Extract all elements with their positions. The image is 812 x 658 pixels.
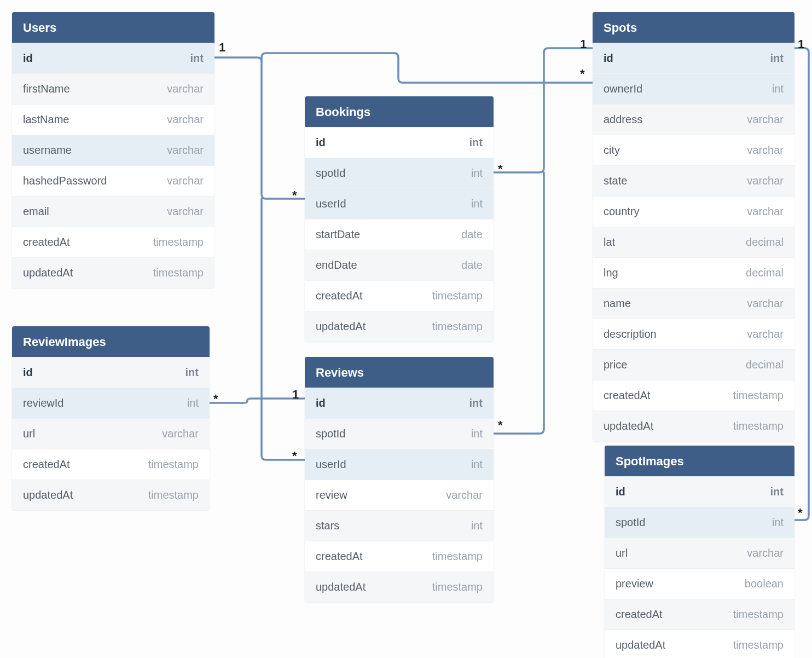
spots-column-state[interactable]: statevarchar <box>593 165 794 196</box>
column-name: country <box>604 205 640 218</box>
column-type: decimal <box>746 359 784 371</box>
column-type: timestamp <box>432 320 483 333</box>
reviewimages-column-createdat[interactable]: createdAttimestamp <box>12 449 210 480</box>
bookings-column-userid[interactable]: userIdint <box>305 188 494 219</box>
column-name: review <box>316 489 347 501</box>
spotimages-column-id[interactable]: idint <box>605 476 794 507</box>
column-type: date <box>461 228 483 241</box>
users-column-lastname[interactable]: lastNamevarchar <box>12 104 214 135</box>
column-type: int <box>770 52 784 65</box>
column-type: varchar <box>167 144 204 157</box>
cardinality-label: * <box>498 162 503 176</box>
spotimages-column-createdat[interactable]: createdAttimestamp <box>605 599 794 630</box>
column-type: timestamp <box>733 608 784 621</box>
users-column-updatedat[interactable]: updatedAttimestamp <box>12 257 214 288</box>
table-reviews[interactable]: Reviews idintspotIdintuserIdintreviewvar… <box>305 357 494 602</box>
column-type: timestamp <box>432 550 483 563</box>
column-type: timestamp <box>148 489 199 501</box>
cardinality-label: * <box>292 449 297 463</box>
spots-column-city[interactable]: cityvarchar <box>593 135 794 165</box>
column-name: id <box>316 397 326 409</box>
spotimages-column-spotid[interactable]: spotIdint <box>605 507 794 538</box>
users-column-email[interactable]: emailvarchar <box>12 196 214 227</box>
column-type: int <box>190 52 204 65</box>
column-name: spotId <box>316 428 345 440</box>
users-column-hashedpassword[interactable]: hashedPasswordvarchar <box>12 165 214 196</box>
column-name: createdAt <box>604 389 651 402</box>
reviews-column-updatedat[interactable]: updatedAttimestamp <box>305 572 494 602</box>
column-type: timestamp <box>733 389 784 402</box>
column-type: timestamp <box>148 458 199 471</box>
reviews-column-createdat[interactable]: createdAttimestamp <box>305 541 494 572</box>
spotimages-column-updatedat[interactable]: updatedAttimestamp <box>605 630 794 658</box>
table-title: SpotImages <box>605 446 794 476</box>
column-name: userId <box>316 198 346 210</box>
spots-column-id[interactable]: idint <box>593 43 794 73</box>
users-column-firstname[interactable]: firstNamevarchar <box>12 73 214 104</box>
column-type: timestamp <box>733 420 784 432</box>
column-type: varchar <box>446 489 483 501</box>
spots-column-ownerid[interactable]: ownerIdint <box>593 73 794 104</box>
spots-column-country[interactable]: countryvarchar <box>593 196 794 227</box>
cardinality-label: 1 <box>580 37 587 51</box>
column-name: createdAt <box>23 236 70 249</box>
column-name: stars <box>316 520 339 532</box>
spotimages-column-url[interactable]: urlvarchar <box>605 538 794 568</box>
spots-column-lat[interactable]: latdecimal <box>593 227 794 257</box>
spots-column-updatedat[interactable]: updatedAttimestamp <box>593 411 794 441</box>
spots-column-lng[interactable]: lngdecimal <box>593 257 794 288</box>
column-name: reviewId <box>23 397 63 409</box>
bookings-column-updatedat[interactable]: updatedAttimestamp <box>305 311 494 342</box>
reviews-column-spotid[interactable]: spotIdint <box>305 418 494 449</box>
spots-column-description[interactable]: descriptionvarchar <box>593 319 794 349</box>
reviews-column-stars[interactable]: starsint <box>305 510 494 541</box>
cardinality-label: * <box>292 188 297 203</box>
bookings-column-startdate[interactable]: startDatedate <box>305 219 494 250</box>
reviewimages-column-id[interactable]: idint <box>12 357 210 388</box>
column-name: startDate <box>316 228 360 241</box>
column-type: int <box>471 520 483 532</box>
column-type: timestamp <box>153 267 204 279</box>
users-column-id[interactable]: idint <box>12 43 214 73</box>
bookings-column-spotid[interactable]: spotIdint <box>305 158 494 188</box>
table-title: Users <box>12 12 214 43</box>
column-type: int <box>469 397 483 409</box>
cardinality-label: 1 <box>798 37 804 51</box>
column-name: address <box>604 113 642 126</box>
column-name: updatedAt <box>23 489 73 501</box>
spots-column-address[interactable]: addressvarchar <box>593 104 794 135</box>
column-type: decimal <box>746 267 784 279</box>
table-spots[interactable]: Spots idintownerIdintaddressvarcharcityv… <box>593 12 794 441</box>
reviews-column-userid[interactable]: userIdint <box>305 449 494 480</box>
spots-column-name[interactable]: namevarchar <box>593 288 794 319</box>
table-bookings[interactable]: Bookings idintspotIdintuserIdintstartDat… <box>305 96 494 342</box>
users-column-username[interactable]: usernamevarchar <box>12 135 214 165</box>
reviews-column-review[interactable]: reviewvarchar <box>305 480 494 510</box>
table-spotimages[interactable]: SpotImages idintspotIdinturlvarcharprevi… <box>605 446 794 658</box>
spots-column-price[interactable]: pricedecimal <box>593 349 794 380</box>
table-users[interactable]: Users idintfirstNamevarcharlastNamevarch… <box>12 12 214 288</box>
column-type: int <box>770 486 784 498</box>
reviewimages-column-url[interactable]: urlvarchar <box>12 418 210 449</box>
column-name: id <box>604 52 613 65</box>
reviewimages-column-updatedat[interactable]: updatedAttimestamp <box>12 480 210 510</box>
column-name: id <box>616 486 625 498</box>
column-name: name <box>604 297 631 310</box>
reviews-column-id[interactable]: idint <box>305 388 494 418</box>
column-type: int <box>772 83 784 95</box>
bookings-column-id[interactable]: idint <box>305 127 494 158</box>
column-type: timestamp <box>733 639 784 651</box>
spots-column-createdat[interactable]: createdAttimestamp <box>593 380 794 411</box>
column-name: createdAt <box>316 550 363 563</box>
column-name: userId <box>316 458 346 471</box>
column-type: varchar <box>747 113 784 126</box>
bookings-column-enddate[interactable]: endDatedate <box>305 250 494 280</box>
column-name: createdAt <box>616 608 663 621</box>
bookings-column-createdat[interactable]: createdAttimestamp <box>305 280 494 311</box>
column-name: endDate <box>316 259 357 272</box>
reviewimages-column-reviewid[interactable]: reviewIdint <box>12 388 210 418</box>
table-reviewimages[interactable]: ReviewImages idintreviewIdinturlvarcharc… <box>12 326 210 510</box>
column-name: updatedAt <box>604 420 653 432</box>
users-column-createdat[interactable]: createdAttimestamp <box>12 227 214 257</box>
spotimages-column-preview[interactable]: previewboolean <box>605 568 794 599</box>
